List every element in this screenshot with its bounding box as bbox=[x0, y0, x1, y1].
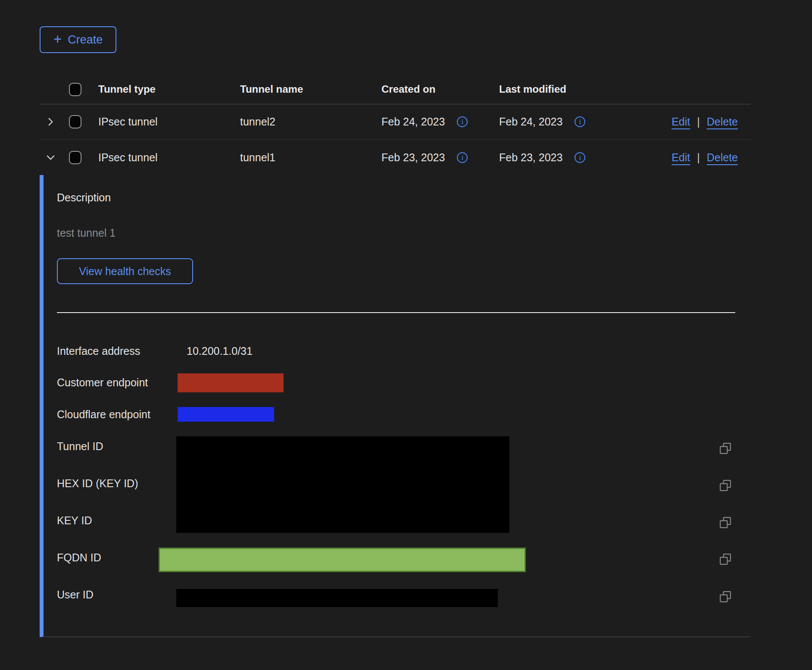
copy-icon bbox=[719, 553, 732, 566]
description-label: Description bbox=[57, 191, 111, 204]
interface-address-value: 10.200.1.0/31 bbox=[187, 345, 253, 357]
delete-link[interactable]: Delete bbox=[707, 116, 738, 128]
create-button-label: Create bbox=[68, 33, 103, 47]
key-id-label: KEY ID bbox=[57, 514, 92, 527]
expand-row-button[interactable] bbox=[45, 116, 56, 128]
fqdn-id-redacted-value bbox=[159, 548, 526, 572]
plus-icon: + bbox=[53, 32, 62, 46]
copy-fqdn-id-button[interactable] bbox=[719, 553, 732, 566]
edit-link[interactable]: Edit bbox=[671, 116, 690, 128]
cloudflare-endpoint-redacted-value bbox=[178, 407, 274, 422]
interface-address-label: Interface address bbox=[57, 345, 140, 357]
row-checkbox[interactable] bbox=[69, 115, 81, 128]
description-value: test tunnel 1 bbox=[57, 227, 116, 239]
select-all-checkbox[interactable] bbox=[69, 83, 81, 96]
header-tunnel-name: Tunnel name bbox=[240, 83, 381, 95]
info-icon[interactable]: i bbox=[575, 152, 585, 163]
customer-endpoint-label: Customer endpoint bbox=[57, 376, 148, 389]
header-created-on: Created on bbox=[381, 83, 499, 95]
tunnel-hex-key-id-redacted-values bbox=[176, 436, 509, 533]
tunnel-type-cell: IPsec tunnel bbox=[98, 116, 240, 128]
tunnels-page: + Create Tunnel type Tunnel name Created… bbox=[40, 26, 751, 637]
table-row: IPsec tunnel tunnel2 Feb 24, 2023 i Feb … bbox=[40, 104, 751, 140]
copy-icon bbox=[719, 590, 732, 603]
tunnels-table: Tunnel type Tunnel name Created on Last … bbox=[40, 75, 751, 637]
view-health-checks-button[interactable]: View health checks bbox=[57, 258, 193, 284]
customer-endpoint-redacted-value bbox=[178, 373, 284, 392]
create-button[interactable]: + Create bbox=[40, 26, 116, 53]
edit-link[interactable]: Edit bbox=[671, 151, 690, 164]
header-last-modified: Last modified bbox=[499, 83, 633, 95]
info-icon[interactable]: i bbox=[457, 152, 468, 163]
hex-id-label: HEX ID (KEY ID) bbox=[57, 477, 138, 490]
copy-user-id-button[interactable] bbox=[719, 590, 732, 603]
copy-tunnel-id-button[interactable] bbox=[719, 442, 732, 455]
last-modified-cell: Feb 23, 2023 bbox=[499, 151, 562, 164]
table-row: IPsec tunnel tunnel1 Feb 23, 2023 i Feb … bbox=[40, 140, 751, 175]
copy-icon bbox=[719, 516, 732, 529]
copy-icon bbox=[719, 442, 732, 455]
last-modified-cell: Feb 24, 2023 bbox=[499, 116, 562, 128]
action-separator: | bbox=[697, 116, 700, 128]
header-tunnel-type: Tunnel type bbox=[98, 83, 240, 95]
table-header-row: Tunnel type Tunnel name Created on Last … bbox=[40, 75, 751, 104]
tunnel-type-cell: IPsec tunnel bbox=[98, 151, 240, 164]
tunnel-name-cell: tunnel1 bbox=[240, 151, 381, 164]
collapse-row-button[interactable] bbox=[45, 152, 56, 163]
tunnel-name-cell: tunnel2 bbox=[240, 116, 381, 128]
info-icon[interactable]: i bbox=[575, 116, 585, 127]
chevron-right-icon bbox=[46, 117, 56, 127]
created-on-cell: Feb 24, 2023 bbox=[381, 116, 445, 128]
copy-icon bbox=[719, 479, 732, 492]
copy-key-id-button[interactable] bbox=[719, 516, 732, 529]
created-on-cell: Feb 23, 2023 bbox=[381, 151, 445, 164]
fqdn-id-label: FQDN ID bbox=[57, 551, 101, 564]
user-id-redacted-value bbox=[176, 589, 498, 607]
section-divider bbox=[57, 312, 735, 313]
row-checkbox[interactable] bbox=[69, 151, 81, 164]
tunnel-details-panel: Description test tunnel 1 View health ch… bbox=[40, 175, 751, 637]
info-icon[interactable]: i bbox=[457, 116, 468, 127]
tunnel-id-label: Tunnel ID bbox=[57, 440, 103, 453]
copy-hex-id-button[interactable] bbox=[719, 479, 732, 492]
cloudflare-endpoint-label: Cloudflare endpoint bbox=[57, 408, 150, 421]
user-id-label: User ID bbox=[57, 589, 94, 601]
delete-link[interactable]: Delete bbox=[707, 151, 738, 164]
action-separator: | bbox=[697, 151, 700, 164]
chevron-down-icon bbox=[46, 153, 56, 163]
